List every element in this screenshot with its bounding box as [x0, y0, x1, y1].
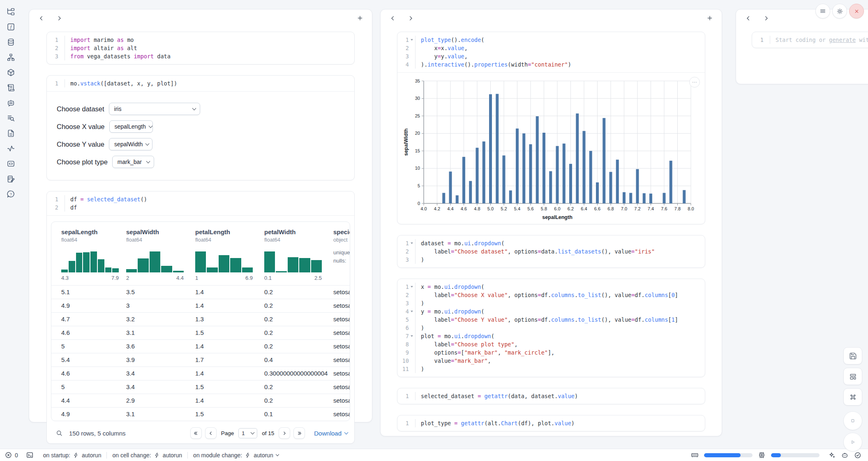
- on-cell-change-setting[interactable]: on cell change: autorun: [112, 452, 182, 459]
- snippets-icon[interactable]: [6, 159, 16, 168]
- svg-text:15: 15: [415, 148, 420, 153]
- table-column-header[interactable]: petalLengthfloat6416.9: [195, 228, 264, 281]
- documentation-icon[interactable]: [6, 128, 16, 138]
- scratchpad-icon[interactable]: [6, 174, 16, 184]
- cell-plot-type: 1plot_type = getattr(alt.Chart(df), plot…: [397, 415, 705, 431]
- first-page-button[interactable]: [190, 427, 202, 439]
- download-button[interactable]: Download: [314, 430, 348, 437]
- svg-text:8.0: 8.0: [688, 206, 694, 211]
- table-row: 4.63.11.50.2setosa: [51, 326, 350, 339]
- column-histogram: [264, 249, 322, 272]
- code-editor[interactable]: 1 Start coding or generate with AI.: [752, 32, 868, 48]
- generate-link[interactable]: generate: [829, 37, 856, 43]
- table-row: 4.93.11.50.1setosa: [51, 407, 350, 421]
- add-cell-icon[interactable]: [705, 14, 714, 23]
- cell-output-controls: Choose dataset iris Choose X value sepal…: [47, 91, 354, 180]
- ai-sparkles-icon[interactable]: [828, 452, 836, 459]
- table-column-header[interactable]: sepalWidthfloat6424.4: [126, 228, 195, 281]
- tracing-icon[interactable]: [6, 143, 16, 153]
- page-label: Page: [221, 430, 234, 436]
- fold-chevron-icon[interactable]: [409, 307, 416, 316]
- fold-chevron-icon[interactable]: [409, 239, 416, 247]
- assistant-bot-icon[interactable]: [841, 451, 849, 459]
- line-number: 4: [397, 60, 409, 69]
- x-value-dropdown[interactable]: sepalLength: [109, 120, 153, 133]
- table-column-header[interactable]: speciesobjectunique:nulls:: [333, 228, 350, 281]
- code-editor[interactable]: 1dataset = mo.ui.dropdown(2 label="Choos…: [397, 235, 705, 267]
- notebook-column-right: 1 Start coding or generate with AI.: [736, 9, 868, 84]
- dependencies-icon[interactable]: [6, 52, 16, 62]
- code-editor[interactable]: 1import marimo as mo2import altair as al…: [47, 32, 354, 64]
- search-icon[interactable]: [54, 428, 64, 438]
- svg-text:5.8: 5.8: [541, 206, 547, 211]
- fold-chevron-icon[interactable]: [409, 36, 416, 44]
- packages-icon[interactable]: [6, 67, 16, 77]
- chevron-right-icon[interactable]: [406, 14, 415, 23]
- fold-chevron-icon[interactable]: [409, 332, 416, 340]
- data-sources-icon[interactable]: [6, 37, 16, 47]
- layout-icon[interactable]: [843, 368, 862, 385]
- placeholder-text: Start coding or: [776, 37, 829, 43]
- help-icon[interactable]: ?: [6, 189, 16, 199]
- error-count: 0: [15, 452, 18, 459]
- add-cell-icon[interactable]: [356, 14, 365, 23]
- code-editor[interactable]: 1selected_dataset = getattr(data, datase…: [397, 388, 705, 404]
- svg-text:4.2: 4.2: [434, 206, 440, 211]
- table-body: 5.13.51.40.2setosa4.931.40.2setosa4.73.2…: [51, 285, 350, 421]
- code-editor[interactable]: 1x = mo.ui.dropdown(2 label="Choose X va…: [397, 279, 705, 377]
- run-icon[interactable]: [843, 433, 862, 452]
- chevron-right-icon[interactable]: [762, 14, 771, 23]
- control-row: Choose X value sepalLength: [57, 120, 344, 133]
- find-replace-icon[interactable]: [6, 113, 16, 123]
- terminal-icon[interactable]: [26, 451, 34, 459]
- connection-status-icon[interactable]: [854, 452, 861, 459]
- last-page-button[interactable]: [293, 427, 305, 439]
- next-page-button[interactable]: [279, 427, 290, 439]
- menu-icon[interactable]: [815, 4, 830, 18]
- on-module-change-setting[interactable]: on module change: autorun: [193, 452, 279, 459]
- panel-header: [29, 9, 372, 27]
- variables-icon[interactable]: f: [6, 22, 16, 32]
- cell-empty: 1 Start coding or generate with AI.: [752, 32, 868, 48]
- on-startup-setting[interactable]: on startup: autorun: [43, 452, 102, 459]
- chevron-left-icon[interactable]: [743, 14, 753, 23]
- chevron-left-icon[interactable]: [388, 14, 397, 23]
- chat-icon[interactable]: [6, 98, 16, 108]
- plot-type-dropdown[interactable]: mark_bar: [112, 156, 154, 168]
- file-explorer-icon[interactable]: [6, 7, 16, 16]
- chevron-left-icon[interactable]: [37, 14, 46, 23]
- svg-text:6.2: 6.2: [568, 206, 574, 211]
- setting-value: autorun: [163, 452, 182, 459]
- svg-text:7.2: 7.2: [634, 206, 640, 211]
- dataset-dropdown[interactable]: iris: [109, 103, 200, 115]
- table-column-header[interactable]: petalWidthfloat640.12.5: [264, 228, 333, 281]
- line-number: 2: [397, 291, 409, 299]
- prev-page-button[interactable]: [205, 427, 217, 439]
- chevron-down-icon: [145, 142, 150, 146]
- save-icon[interactable]: [843, 347, 862, 364]
- fold-chevron-icon[interactable]: [409, 283, 416, 291]
- page-select[interactable]: 1: [238, 428, 257, 438]
- gear-icon[interactable]: [832, 4, 847, 18]
- code-editor[interactable]: 1mo.vstack([dataset, x, y, plot]): [47, 76, 354, 91]
- column-histogram: [195, 249, 253, 272]
- stop-icon[interactable]: [843, 411, 862, 430]
- line-number: 1: [397, 283, 409, 291]
- line-number: 2: [397, 247, 409, 256]
- cell-output-chart[interactable]: 051015202530354.04.24.44.64.85.05.25.45.…: [397, 72, 705, 224]
- command-icon[interactable]: [843, 388, 862, 406]
- code-editor[interactable]: 1df = selected_dataset()2df: [47, 191, 354, 215]
- y-value-dropdown[interactable]: sepalWidth: [109, 138, 152, 150]
- chevron-down-icon: [275, 453, 279, 456]
- line-number: 2: [397, 44, 409, 52]
- chevron-right-icon[interactable]: [55, 14, 64, 23]
- logs-icon[interactable]: [6, 83, 16, 92]
- code-editor[interactable]: 1plot_type().encode(2 x=x.value,3 y=y.va…: [397, 32, 705, 72]
- chart-menu-icon[interactable]: ⋯: [689, 77, 700, 88]
- code-editor[interactable]: 1plot_type = getattr(alt.Chart(df), plot…: [397, 415, 705, 431]
- table-column-header[interactable]: sepalLengthfloat644.37.9: [61, 228, 126, 281]
- svg-text:5.6: 5.6: [527, 206, 533, 211]
- close-icon[interactable]: [849, 4, 864, 18]
- cell-dataset-dropdown: 1dataset = mo.ui.dropdown(2 label="Choos…: [397, 235, 705, 268]
- error-indicator[interactable]: 0: [5, 452, 18, 459]
